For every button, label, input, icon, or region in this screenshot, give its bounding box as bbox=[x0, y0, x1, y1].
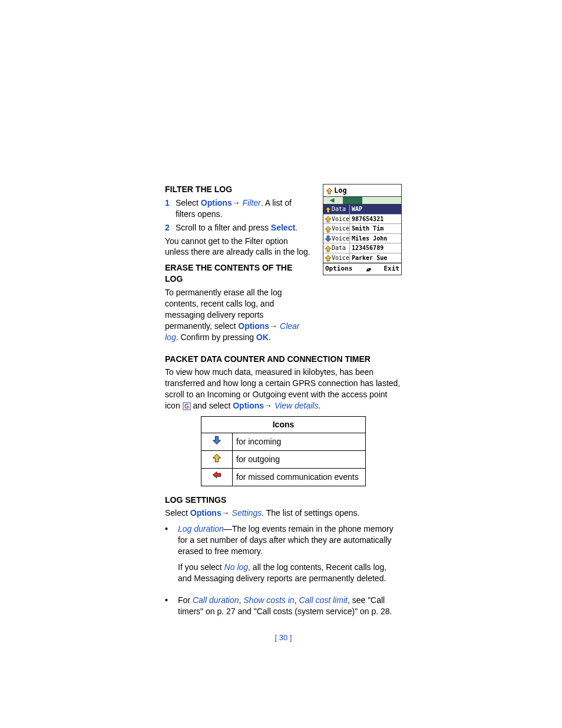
device-log-row: VoiceParker Sue bbox=[323, 253, 401, 263]
direction-icon bbox=[325, 216, 330, 222]
table-cell: for missed communication events bbox=[233, 468, 366, 486]
arrow: → bbox=[269, 321, 277, 331]
table-row: for incoming bbox=[201, 433, 366, 450]
text: . The list of settings opens. bbox=[262, 508, 359, 518]
device-screenshot: Log DataWAPVoice987654321VoiceSmith TimV… bbox=[323, 184, 402, 275]
nav-updown-icon: ▲▼ bbox=[366, 266, 371, 273]
table-row: for missed communication events bbox=[201, 468, 366, 486]
table-cell: for incoming bbox=[233, 433, 366, 450]
arrow: → bbox=[222, 508, 230, 518]
device-row-type: Voice bbox=[323, 224, 350, 233]
device-row-type: Data bbox=[323, 243, 350, 253]
text: If you select bbox=[178, 562, 224, 572]
settings-bullets: Log duration—The log events remain in th… bbox=[165, 523, 402, 621]
device-log-row: DataWAP bbox=[323, 205, 401, 215]
direction-icon bbox=[325, 245, 330, 251]
device-row-name: Parker Sue bbox=[350, 253, 401, 263]
heading-filter-the-log: FILTER THE LOG bbox=[165, 184, 312, 195]
select-link: Select bbox=[271, 223, 295, 232]
step-2: 2 Scroll to a filter and press Select. bbox=[165, 222, 312, 233]
step-text: Scroll to a filter and press Select. bbox=[176, 222, 312, 233]
device-row-name: WAP bbox=[350, 205, 401, 214]
arrow: → bbox=[232, 198, 240, 207]
device-row-name: Smith Tim bbox=[350, 224, 401, 233]
ok-link: OK bbox=[256, 332, 269, 342]
icons-table-header: Icons bbox=[201, 417, 366, 433]
log-settings-intro: Select Options→ Settings. The list of se… bbox=[165, 508, 402, 519]
step-text: Select Options→ Filter. A list of filter… bbox=[176, 197, 312, 220]
left-column: FILTER THE LOG 1 Select Options→ Filter.… bbox=[165, 184, 312, 348]
missed-icon bbox=[201, 468, 233, 486]
call-cost-limit-label: Call cost limit bbox=[299, 595, 347, 605]
page: FILTER THE LOG 1 Select Options→ Filter.… bbox=[0, 0, 562, 666]
list-item: For Call duration, Show costs in, Call c… bbox=[165, 595, 402, 622]
options-link: Options bbox=[238, 321, 269, 331]
text: and select bbox=[193, 401, 233, 410]
packet-paragraph: To view how much data, measured in kilob… bbox=[165, 367, 402, 411]
options-link: Options bbox=[190, 508, 222, 518]
call-duration-label: Call duration bbox=[193, 595, 239, 605]
heading-packet-data: PACKET DATA COUNTER AND CONNECTION TIMER bbox=[165, 354, 402, 365]
outgoing-icon bbox=[201, 450, 233, 468]
no-log-label: No log bbox=[224, 562, 248, 572]
text: Select bbox=[165, 508, 190, 518]
tab-active bbox=[343, 197, 362, 204]
direction-icon bbox=[325, 255, 330, 261]
settings-action: Settings bbox=[230, 508, 262, 518]
log-arrow-icon bbox=[326, 187, 332, 193]
svg-marker-0 bbox=[330, 198, 335, 203]
gprs-access-point-icon: G bbox=[183, 402, 191, 410]
device-log-row: Voice987654321 bbox=[323, 215, 401, 225]
device-row-type: Voice bbox=[323, 253, 350, 263]
arrow: → bbox=[264, 401, 272, 410]
top-two-column: FILTER THE LOG 1 Select Options→ Filter.… bbox=[165, 184, 402, 348]
text: Select bbox=[176, 198, 201, 207]
text: Scroll to a filter and press bbox=[176, 223, 271, 232]
incoming-icon bbox=[201, 433, 233, 450]
device-softkeys: Options ▲▼ Exit bbox=[323, 263, 401, 275]
device-title: Log bbox=[334, 186, 347, 195]
device-row-type: Voice bbox=[323, 234, 350, 243]
device-row-name: Miles John bbox=[350, 234, 401, 243]
text: . bbox=[318, 401, 320, 410]
direction-icon bbox=[325, 206, 330, 212]
direction-icon bbox=[325, 226, 330, 232]
device-log-row: VoiceMiles John bbox=[323, 234, 401, 244]
device-row-type: Data bbox=[323, 205, 350, 214]
show-costs-in-label: Show costs in bbox=[243, 595, 294, 605]
table-row: for outgoing bbox=[201, 450, 366, 468]
text: . bbox=[269, 332, 271, 342]
device-row-name: 123456789 bbox=[350, 243, 401, 253]
direction-icon bbox=[325, 235, 330, 241]
device-tabs bbox=[323, 196, 401, 205]
device-row-type: Voice bbox=[323, 215, 350, 224]
text: . bbox=[295, 223, 297, 232]
device-title-bar: Log bbox=[323, 185, 401, 196]
icons-table: Icons for incoming for outgoing for miss… bbox=[201, 416, 366, 486]
softkey-right: Exit bbox=[384, 265, 399, 274]
softkey-left: Options bbox=[325, 265, 352, 274]
text: For bbox=[178, 595, 193, 605]
options-link: Options bbox=[233, 401, 264, 410]
filter-action: Filter bbox=[240, 198, 261, 207]
device-log-row: Data123456789 bbox=[323, 243, 401, 253]
text: . Confirm by pressing bbox=[176, 332, 256, 342]
log-duration-label: Log duration bbox=[178, 524, 224, 533]
heading-erase-contents: ERASE THE CONTENTS OF THE LOG bbox=[165, 262, 312, 285]
svg-text:G: G bbox=[184, 403, 189, 410]
step-1: 1 Select Options→ Filter. A list of filt… bbox=[165, 197, 312, 220]
step-number: 1 bbox=[165, 197, 176, 220]
step-number: 2 bbox=[165, 222, 176, 233]
view-details-action: View details bbox=[272, 401, 318, 410]
heading-log-settings: LOG SETTINGS bbox=[165, 495, 402, 506]
device-log-row: VoiceSmith Tim bbox=[323, 224, 401, 234]
erase-paragraph: To permanently erase all the log content… bbox=[165, 287, 312, 342]
page-number: [ 30 ] bbox=[165, 633, 402, 643]
table-cell: for outgoing bbox=[233, 450, 366, 468]
device-log-list: DataWAPVoice987654321VoiceSmith TimVoice… bbox=[323, 205, 401, 263]
device-row-name: 987654321 bbox=[350, 215, 401, 224]
options-link: Options bbox=[201, 198, 232, 207]
filter-note: You cannot get to the Filter option unle… bbox=[165, 236, 312, 258]
list-item: Log duration—The log events remain in th… bbox=[165, 523, 402, 588]
